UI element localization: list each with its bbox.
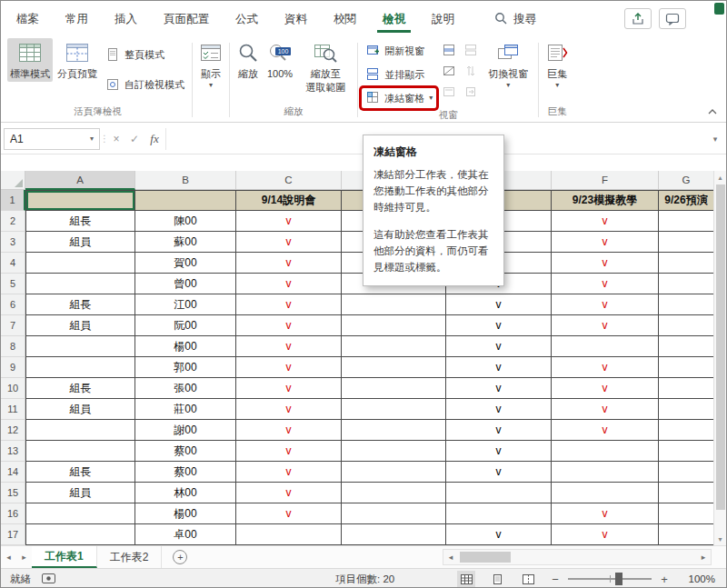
cell-G14[interactable] [659, 462, 714, 483]
tab-review[interactable]: 校閱 [333, 5, 357, 35]
cell-G4[interactable] [659, 253, 714, 274]
row-header-13[interactable]: 13 [1, 441, 25, 462]
cell-F10[interactable]: v [552, 378, 659, 399]
scroll-up-icon[interactable]: ▴ [714, 171, 726, 184]
sheet-nav-right-icon[interactable]: ▸ [16, 546, 32, 568]
cancel-icon[interactable]: × [107, 133, 125, 145]
split-button[interactable] [441, 43, 457, 57]
select-all-button[interactable] [1, 171, 25, 190]
cell-E14[interactable]: v [446, 462, 552, 483]
cell-G15[interactable] [659, 483, 714, 503]
cell-E16[interactable] [446, 503, 552, 524]
cell-D13[interactable] [342, 441, 446, 462]
tab-view[interactable]: 檢視 [382, 5, 406, 35]
cell-A12[interactable] [25, 420, 135, 441]
cell-F17[interactable]: v [552, 524, 659, 545]
cell-D15[interactable] [342, 483, 446, 503]
cell-C14[interactable]: v [236, 462, 342, 483]
cell-C5[interactable]: v [236, 274, 342, 294]
column-header-B[interactable]: B [135, 171, 236, 190]
cell-C12[interactable]: v [236, 420, 342, 441]
row-header-6[interactable]: 6 [1, 294, 25, 315]
cell-G13[interactable] [659, 441, 714, 462]
cell-A15[interactable]: 組員 [25, 483, 135, 503]
cell-G2[interactable] [659, 211, 714, 232]
cell-B5[interactable]: 曾00 [135, 274, 236, 294]
cell-E6[interactable]: v [446, 294, 552, 315]
cell-C7[interactable]: v [236, 315, 342, 336]
cell-C17[interactable] [236, 524, 342, 545]
row-header-2[interactable]: 2 [1, 211, 25, 232]
cell-F2[interactable]: v [552, 211, 659, 232]
cell-C1[interactable]: 9/14說明會 [236, 190, 342, 211]
tab-formulas[interactable]: 公式 [234, 5, 259, 35]
cell-A16[interactable] [25, 503, 135, 524]
cell-F14[interactable] [552, 462, 659, 483]
freeze-panes-button[interactable]: 凍結窗格 ▾ [362, 88, 436, 108]
sheet-nav-left-icon[interactable]: ◂ [1, 546, 16, 568]
view-page-break-icon[interactable] [519, 571, 537, 587]
tab-help[interactable]: 說明 [431, 5, 455, 35]
cell-A14[interactable]: 組長 [25, 462, 135, 483]
cell-C16[interactable]: v [236, 503, 342, 524]
cell-B3[interactable]: 蘇00 [135, 232, 236, 253]
cell-A11[interactable]: 組員 [25, 399, 135, 420]
tab-data[interactable]: 資料 [284, 5, 308, 35]
row-header-4[interactable]: 4 [1, 253, 25, 274]
row-header-9[interactable]: 9 [1, 357, 25, 378]
column-header-C[interactable]: C [236, 171, 342, 190]
enter-icon[interactable]: ✓ [125, 133, 144, 145]
cell-E9[interactable]: v [446, 357, 552, 378]
cell-C2[interactable]: v [236, 211, 342, 232]
column-header-F[interactable]: F [552, 171, 659, 190]
vertical-scroll-thumb[interactable] [716, 184, 725, 510]
cell-D16[interactable] [342, 503, 446, 524]
name-box-dropdown-icon[interactable]: ▾ [90, 135, 94, 143]
view-normal-icon[interactable] [457, 571, 475, 587]
cell-B12[interactable]: 謝00 [135, 420, 236, 441]
cell-B17[interactable]: 卓00 [135, 524, 236, 545]
view-page-layout-icon[interactable] [488, 571, 506, 587]
column-header-G[interactable]: G [659, 171, 714, 190]
cell-F1[interactable]: 9/23模擬教學 [552, 190, 659, 211]
row-header-15[interactable]: 15 [1, 483, 25, 503]
tab-file[interactable]: 檔案 [15, 5, 40, 35]
cell-A3[interactable]: 組員 [25, 232, 135, 253]
row-header-16[interactable]: 16 [1, 503, 25, 524]
tab-page-layout[interactable]: 頁面配置 [163, 5, 210, 35]
cell-A4[interactable] [25, 253, 135, 274]
cell-A1[interactable] [25, 190, 135, 211]
cell-D11[interactable] [342, 399, 446, 420]
cell-E7[interactable]: v [446, 315, 552, 336]
cell-A13[interactable] [25, 441, 135, 462]
row-header-11[interactable]: 11 [1, 399, 25, 420]
cell-F3[interactable]: v [552, 232, 659, 253]
cell-G12[interactable] [659, 420, 714, 441]
unhide-window-button[interactable] [441, 85, 457, 99]
view-side-by-side-button[interactable] [463, 43, 479, 57]
row-header-10[interactable]: 10 [1, 378, 25, 399]
cell-D9[interactable] [342, 357, 446, 378]
zoom-out-icon[interactable]: − [550, 573, 561, 586]
cell-E13[interactable]: v [446, 441, 552, 462]
cell-D7[interactable] [342, 315, 446, 336]
horizontal-scrollbar[interactable]: ◂ ▸ [443, 549, 712, 565]
cell-F8[interactable] [552, 336, 659, 357]
cell-C4[interactable]: v [236, 253, 342, 274]
macros-button[interactable]: 巨集 ▾ [543, 38, 572, 92]
hide-window-button[interactable] [441, 64, 457, 78]
arrange-all-button[interactable]: 並排顯示 [362, 65, 436, 85]
cell-A5[interactable] [25, 274, 135, 294]
cell-G1[interactable]: 9/26預演 [659, 190, 714, 211]
cell-E17[interactable]: v [446, 524, 552, 545]
cell-F15[interactable] [552, 483, 659, 503]
cell-B15[interactable]: 林00 [135, 483, 236, 503]
cell-B1[interactable] [135, 190, 236, 211]
cell-C8[interactable]: v [236, 336, 342, 357]
sheet-tab-1[interactable]: 工作表1 [32, 546, 97, 568]
cell-F6[interactable]: v [552, 294, 659, 315]
sheet-tab-2[interactable]: 工作表2 [97, 546, 163, 568]
cell-F12[interactable]: v [552, 420, 659, 441]
comment-button[interactable] [659, 8, 686, 29]
cell-A2[interactable]: 組長 [25, 211, 135, 232]
